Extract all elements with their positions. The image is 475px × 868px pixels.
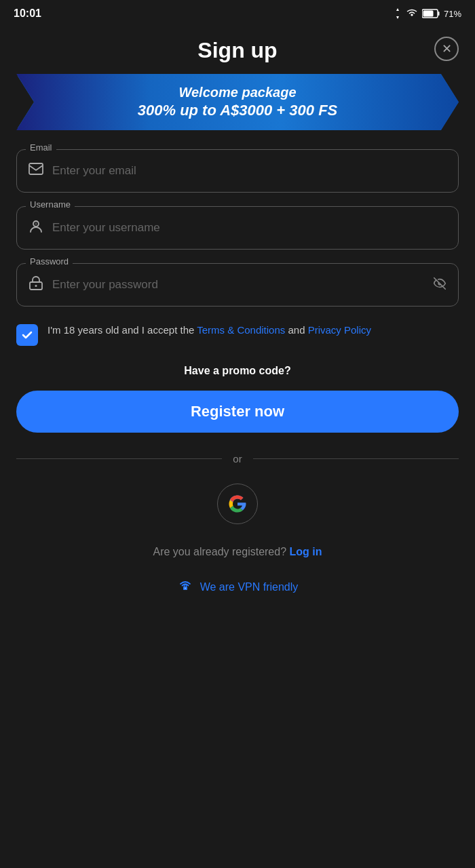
username-label: Username: [26, 199, 75, 210]
login-prompt-text: Are you already registered?: [153, 546, 290, 557]
status-time: 10:01: [14, 7, 41, 20]
svg-point-7: [35, 222, 37, 225]
svg-rect-5: [29, 163, 43, 174]
register-button[interactable]: Register now: [16, 391, 459, 433]
password-icon: [28, 275, 44, 295]
divider-line-left: [16, 458, 222, 459]
banner-title: Welcome package: [33, 85, 442, 100]
password-input[interactable]: [52, 278, 432, 292]
page-title: Sign up: [197, 38, 277, 63]
username-field-group: Username: [16, 206, 459, 250]
email-input-wrap: [16, 149, 459, 193]
password-field-group: Password: [16, 263, 459, 307]
google-circle[interactable]: [217, 484, 258, 524]
banner-subtitle: 300% up to A$3000 + 300 FS: [33, 102, 442, 119]
wifi-icon: [406, 9, 418, 18]
password-input-wrap: [16, 263, 459, 307]
login-row: Are you already registered? Log in: [16, 546, 459, 558]
terms-checkbox-row: I'm 18 years old and I accept the Terms …: [16, 323, 459, 346]
or-text: or: [233, 453, 242, 465]
or-divider: or: [16, 453, 459, 465]
svg-point-11: [185, 588, 185, 589]
status-icons: 71%: [394, 8, 461, 19]
toggle-password-icon[interactable]: [432, 276, 447, 294]
svg-point-9: [35, 285, 37, 287]
terms-checkbox[interactable]: [16, 324, 38, 346]
modal-header: Sign up ✕: [16, 24, 459, 74]
login-link[interactable]: Log in: [290, 546, 322, 557]
google-icon: [227, 493, 248, 515]
signal-icon: [394, 8, 402, 19]
privacy-link[interactable]: Privacy Policy: [308, 324, 371, 336]
email-input[interactable]: [52, 164, 447, 178]
svg-rect-4: [423, 11, 433, 17]
username-input-wrap: [16, 206, 459, 250]
vpn-text: We are VPN friendly: [200, 581, 299, 593]
email-icon: [28, 161, 44, 181]
svg-rect-3: [438, 12, 439, 16]
signup-modal: Sign up ✕ Welcome package 300% up to A$3…: [0, 24, 475, 617]
close-icon: ✕: [442, 41, 452, 56]
terms-text: I'm 18 years old and I accept the Terms …: [48, 323, 371, 338]
vpn-row[interactable]: We are VPN friendly: [16, 577, 459, 597]
terms-link[interactable]: Terms & Conditions: [197, 324, 285, 336]
welcome-banner: Welcome package 300% up to A$3000 + 300 …: [16, 74, 459, 130]
password-label: Password: [26, 256, 73, 267]
battery-percent: 71%: [444, 9, 461, 19]
svg-marker-1: [396, 16, 399, 19]
email-label: Email: [26, 142, 56, 153]
promo-code-text: Have a promo code?: [16, 365, 459, 377]
username-input[interactable]: [52, 221, 447, 235]
google-signin-button[interactable]: [16, 484, 459, 524]
email-field-group: Email: [16, 149, 459, 193]
divider-line-right: [253, 458, 459, 459]
svg-marker-0: [396, 8, 399, 11]
status-bar: 10:01 71%: [0, 0, 475, 24]
battery-icon: [422, 9, 440, 18]
username-icon: [28, 218, 44, 238]
register-button-label: Register now: [191, 403, 284, 420]
vpn-icon: [177, 577, 193, 597]
close-button[interactable]: ✕: [434, 37, 459, 61]
